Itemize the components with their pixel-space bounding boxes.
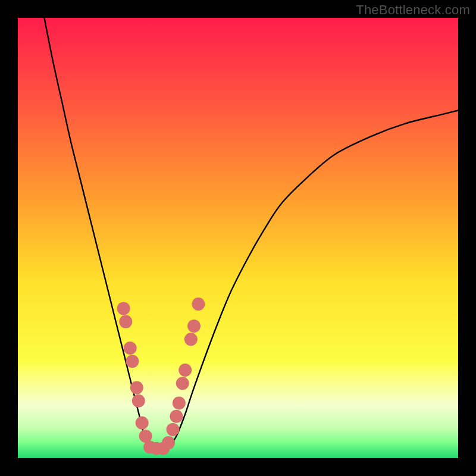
curve-layer xyxy=(18,18,458,458)
bead-marker xyxy=(178,364,192,377)
bead-marker xyxy=(124,342,137,355)
bead-marker xyxy=(166,423,179,436)
bead-marker xyxy=(126,355,139,368)
plot-area xyxy=(18,18,458,458)
bead-marker xyxy=(119,315,132,328)
chart-frame: TheBottleneck.com xyxy=(0,0,476,476)
curve-right-branch xyxy=(168,110,458,449)
bead-marker xyxy=(173,397,186,410)
bead-marker xyxy=(170,410,183,423)
bead-marker xyxy=(192,298,205,311)
bead-marker xyxy=(136,416,149,430)
bead-marker xyxy=(187,320,201,333)
bead-marker xyxy=(130,381,143,394)
bead-marker xyxy=(117,302,130,315)
bead-marker xyxy=(162,436,175,449)
bead-marker xyxy=(184,333,198,346)
bead-marker xyxy=(132,394,145,408)
watermark-text: TheBottleneck.com xyxy=(356,2,470,18)
bead-marker xyxy=(176,377,189,390)
